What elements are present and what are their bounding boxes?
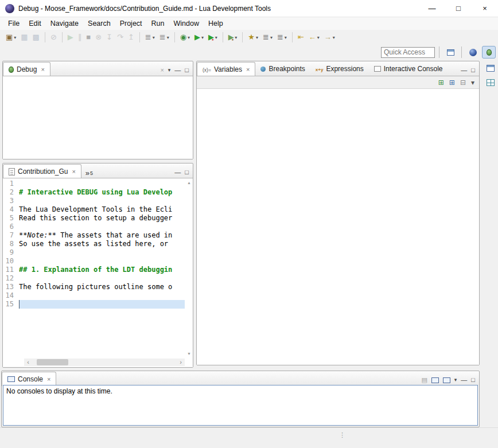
editor-lines[interactable]: 12# Interactive DEBUG using Lua Develop3… bbox=[3, 180, 185, 358]
show-logical-structures-button[interactable]: ⊞ bbox=[449, 79, 455, 86]
close-icon[interactable]: × bbox=[41, 66, 44, 73]
dropdown-arrow-icon[interactable]: ▾ bbox=[167, 35, 169, 40]
close-icon[interactable]: × bbox=[246, 66, 250, 73]
next-annotation-button[interactable]: ≣▾ bbox=[261, 32, 274, 42]
maximize-view-button[interactable]: □ bbox=[185, 169, 189, 176]
dropdown-arrow-icon[interactable]: ▾ bbox=[188, 35, 190, 40]
maximize-view-button[interactable]: □ bbox=[471, 377, 475, 383]
editor-line-7[interactable]: 7**Note:** The assets that are used in bbox=[3, 231, 185, 240]
external-tools-button[interactable]: ▶●▾ bbox=[227, 32, 239, 42]
resume-button[interactable]: ▶ bbox=[66, 32, 75, 42]
close-icon[interactable]: × bbox=[47, 376, 50, 383]
debug-button[interactable]: ◉▾ bbox=[178, 32, 192, 42]
maximize-view-button[interactable]: □ bbox=[185, 67, 189, 73]
dropdown-arrow-icon[interactable]: ▾ bbox=[285, 35, 287, 40]
restore-view-button-2[interactable] bbox=[485, 77, 496, 88]
minimize-window-button[interactable]: — bbox=[419, 0, 445, 17]
step-over-button[interactable]: ↷ bbox=[115, 32, 125, 42]
editor-line-4[interactable]: 4The Lua Development Tools in the Ecli bbox=[3, 205, 185, 214]
minimize-view-button[interactable]: — bbox=[461, 67, 467, 73]
editor-line-5[interactable]: 5Read this section to setup a debugger bbox=[3, 214, 185, 223]
minimize-view-button[interactable]: — bbox=[174, 169, 181, 176]
save-button[interactable]: ▦ bbox=[19, 32, 29, 42]
scroll-up-icon[interactable]: ▲ bbox=[187, 181, 191, 185]
dropdown-arrow-icon[interactable]: ▾ bbox=[14, 35, 16, 40]
display-selected-console-button[interactable] bbox=[431, 377, 439, 383]
trim-drag-handle[interactable]: ⋮ bbox=[339, 431, 345, 439]
editor-line-13[interactable]: 13The following pictures outline some o bbox=[3, 283, 185, 291]
scroll-right-icon[interactable]: › bbox=[177, 359, 185, 365]
open-console-dropdown-icon[interactable]: ▾ bbox=[454, 377, 457, 383]
collapse-all-button[interactable]: ⊟ bbox=[460, 79, 466, 86]
pin-console-button[interactable]: ▤ bbox=[421, 377, 427, 383]
dropdown-arrow-icon[interactable]: ▾ bbox=[333, 35, 335, 40]
menu-item-navigate[interactable]: Navigate bbox=[46, 18, 83, 29]
horizontal-scrollbar[interactable]: ‹ › bbox=[24, 359, 185, 366]
scrollbar-thumb[interactable] bbox=[37, 359, 68, 365]
scrollbar-track[interactable] bbox=[32, 359, 177, 366]
skip-breakpoints-button[interactable]: ⊘ bbox=[49, 32, 59, 42]
run-button[interactable]: ▶▾ bbox=[193, 32, 205, 42]
editor-line-11[interactable]: 11## 1. Explanation of the LDT debuggin bbox=[3, 266, 185, 274]
editor-line-14[interactable]: 14 bbox=[3, 291, 185, 300]
lua-perspective-button[interactable] bbox=[466, 46, 480, 59]
scroll-left-icon[interactable]: ‹ bbox=[24, 359, 32, 365]
menu-item-project[interactable]: Project bbox=[115, 18, 147, 29]
editor-tab-overflow-button[interactable]: » 5 bbox=[81, 170, 97, 178]
show-type-names-button[interactable]: ⊞ bbox=[438, 79, 444, 86]
dropdown-arrow-icon[interactable]: ▾ bbox=[317, 35, 320, 40]
coverage-button[interactable]: ▶●▾ bbox=[207, 32, 219, 42]
editor-line-1[interactable]: 1 bbox=[3, 180, 185, 188]
drop-to-frame-button[interactable]: ≣▾ bbox=[143, 32, 157, 42]
editor-line-6[interactable]: 6 bbox=[3, 223, 185, 231]
tab-expressions[interactable]: Expressions bbox=[310, 62, 369, 76]
use-step-filters-button[interactable]: ≣▾ bbox=[158, 32, 171, 42]
scroll-down-icon[interactable]: ▼ bbox=[187, 352, 191, 356]
editor-line-10[interactable]: 10 bbox=[3, 257, 185, 266]
editor-line-8[interactable]: 8So use the assets as listed here, or bbox=[3, 240, 185, 248]
dropdown-arrow-icon[interactable]: ▾ bbox=[215, 35, 217, 40]
menu-item-run[interactable]: Run bbox=[147, 18, 169, 29]
tab-debug[interactable]: Debug × bbox=[3, 62, 50, 76]
editor-line-2[interactable]: 2# Interactive DEBUG using Lua Develop bbox=[3, 188, 185, 197]
close-window-button[interactable]: × bbox=[472, 0, 498, 17]
tab-breakpoints[interactable]: Breakpoints bbox=[255, 62, 310, 76]
dropdown-arrow-icon[interactable]: ▾ bbox=[256, 35, 258, 40]
tab-variables[interactable]: Variables × bbox=[197, 62, 255, 76]
menu-item-edit[interactable]: Edit bbox=[24, 18, 46, 29]
last-edit-location-button[interactable]: ⇤ bbox=[296, 32, 306, 42]
view-menu-button[interactable]: ▾ bbox=[471, 79, 474, 86]
dropdown-arrow-icon[interactable]: ▾ bbox=[201, 35, 204, 40]
view-menu-button[interactable]: ▾ bbox=[168, 67, 171, 73]
menu-item-search[interactable]: Search bbox=[83, 18, 115, 29]
dropdown-arrow-icon[interactable]: ▾ bbox=[270, 35, 273, 40]
tab-interactive-console[interactable]: Interactive Console bbox=[369, 62, 448, 76]
search-button[interactable]: ★▾ bbox=[246, 32, 260, 42]
editor-line-3[interactable]: 3 bbox=[3, 197, 185, 205]
previous-annotation-button[interactable]: ≣▾ bbox=[275, 32, 289, 42]
quick-access-input[interactable] bbox=[381, 47, 435, 58]
new-button[interactable]: ▣▾ bbox=[4, 32, 18, 42]
minimize-view-button[interactable]: — bbox=[461, 377, 467, 383]
open-console-button[interactable] bbox=[443, 377, 450, 383]
tab-contribution-guide[interactable]: Contribution_Gu × bbox=[3, 164, 81, 178]
back-button[interactable]: ←▾ bbox=[307, 32, 321, 42]
editor-content[interactable]: 12# Interactive DEBUG using Lua Develop3… bbox=[3, 178, 193, 367]
tab-console[interactable]: Console × bbox=[2, 372, 56, 386]
editor-line-12[interactable]: 12 bbox=[3, 274, 185, 283]
remove-all-terminated-button[interactable]: × bbox=[160, 67, 164, 73]
dropdown-arrow-icon[interactable]: ▾ bbox=[153, 35, 155, 40]
minimize-view-button[interactable]: — bbox=[174, 67, 181, 73]
terminate-button[interactable]: ■ bbox=[84, 32, 92, 42]
step-into-button[interactable]: ↧ bbox=[104, 32, 114, 42]
menu-item-file[interactable]: File bbox=[3, 18, 24, 29]
menu-item-help[interactable]: Help bbox=[204, 18, 228, 29]
debug-perspective-button[interactable] bbox=[482, 46, 496, 59]
maximize-window-button[interactable]: □ bbox=[445, 0, 472, 17]
editor-line-9[interactable]: 9 bbox=[3, 248, 185, 257]
suspend-button[interactable]: ∥ bbox=[76, 32, 84, 42]
restore-view-button-1[interactable] bbox=[485, 63, 496, 74]
editor-line-15[interactable]: 15 bbox=[3, 300, 185, 309]
dropdown-arrow-icon[interactable]: ▾ bbox=[235, 35, 237, 40]
close-icon[interactable]: × bbox=[72, 168, 75, 175]
